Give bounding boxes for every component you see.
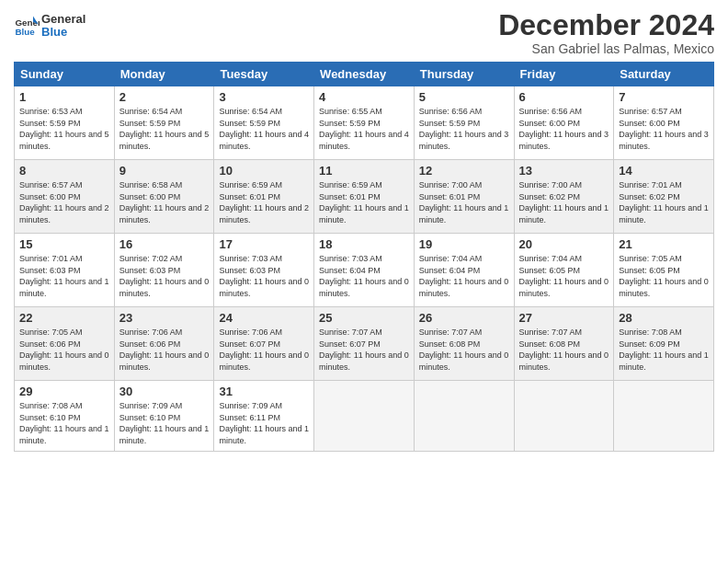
day-info: Sunrise: 7:06 AMSunset: 6:07 PMDaylight:… [219,327,309,373]
table-cell: 6Sunrise: 6:56 AMSunset: 6:00 PMDaylight… [514,86,614,160]
day-info: Sunrise: 7:07 AMSunset: 6:08 PMDaylight:… [419,327,509,373]
calendar: Sunday Monday Tuesday Wednesday Thursday… [14,62,714,451]
day-number: 29 [19,385,109,398]
day-number: 17 [219,237,309,251]
day-number: 13 [519,164,609,178]
table-cell: 13Sunrise: 7:00 AMSunset: 6:02 PMDayligh… [514,160,614,234]
header-row: Sunday Monday Tuesday Wednesday Thursday… [15,63,714,86]
day-info: Sunrise: 7:05 AMSunset: 6:06 PMDaylight:… [19,327,109,373]
table-cell [614,381,714,451]
table-cell: 31Sunrise: 7:09 AMSunset: 6:11 PMDayligh… [214,381,314,451]
table-cell: 18Sunrise: 7:03 AMSunset: 6:04 PMDayligh… [314,234,415,307]
col-tuesday: Tuesday [214,63,314,86]
table-cell: 11Sunrise: 6:59 AMSunset: 6:01 PMDayligh… [314,160,415,234]
day-number: 20 [519,237,609,251]
day-number: 5 [419,90,509,104]
day-number: 9 [119,164,210,178]
day-number: 26 [419,311,509,325]
day-info: Sunrise: 7:02 AMSunset: 6:03 PMDaylight:… [119,253,210,299]
day-info: Sunrise: 7:03 AMSunset: 6:03 PMDaylight:… [219,253,309,299]
logo-icon: General Blue [14,13,40,39]
day-info: Sunrise: 7:07 AMSunset: 6:08 PMDaylight:… [519,327,609,373]
table-cell: 7Sunrise: 6:57 AMSunset: 6:00 PMDaylight… [614,86,714,160]
day-info: Sunrise: 7:08 AMSunset: 6:10 PMDaylight:… [19,400,109,446]
day-info: Sunrise: 7:01 AMSunset: 6:02 PMDaylight:… [619,179,709,225]
day-number: 11 [319,164,409,178]
logo-name-1: General [41,13,85,26]
day-number: 15 [19,237,109,251]
table-cell: 19Sunrise: 7:04 AMSunset: 6:04 PMDayligh… [414,234,514,307]
day-info: Sunrise: 6:59 AMSunset: 6:01 PMDaylight:… [219,179,309,225]
day-info: Sunrise: 7:07 AMSunset: 6:07 PMDaylight:… [319,327,409,373]
table-cell: 10Sunrise: 6:59 AMSunset: 6:01 PMDayligh… [214,160,314,234]
day-info: Sunrise: 7:00 AMSunset: 6:02 PMDaylight:… [519,179,609,225]
table-cell: 24Sunrise: 7:06 AMSunset: 6:07 PMDayligh… [214,307,314,381]
day-info: Sunrise: 6:59 AMSunset: 6:01 PMDaylight:… [319,179,409,225]
table-cell: 20Sunrise: 7:04 AMSunset: 6:05 PMDayligh… [514,234,614,307]
day-info: Sunrise: 7:00 AMSunset: 6:01 PMDaylight:… [419,179,509,225]
day-number: 1 [19,90,109,104]
table-cell [514,381,614,451]
day-info: Sunrise: 7:04 AMSunset: 6:05 PMDaylight:… [519,253,609,299]
day-info: Sunrise: 6:56 AMSunset: 5:59 PMDaylight:… [419,106,509,152]
day-info: Sunrise: 7:09 AMSunset: 6:10 PMDaylight:… [119,400,210,446]
table-cell [314,381,415,451]
table-cell: 22Sunrise: 7:05 AMSunset: 6:06 PMDayligh… [15,307,115,381]
day-number: 21 [619,237,709,251]
table-cell: 27Sunrise: 7:07 AMSunset: 6:08 PMDayligh… [514,307,614,381]
day-number: 19 [419,237,509,251]
title-area: December 2024 San Gabriel las Palmas, Me… [498,9,714,56]
day-info: Sunrise: 6:55 AMSunset: 5:59 PMDaylight:… [319,106,409,152]
table-row: 15Sunrise: 7:01 AMSunset: 6:03 PMDayligh… [15,234,714,307]
month-title: December 2024 [498,9,714,41]
day-info: Sunrise: 7:01 AMSunset: 6:03 PMDaylight:… [19,253,109,299]
table-row: 8Sunrise: 6:57 AMSunset: 6:00 PMDaylight… [15,160,714,234]
table-cell: 12Sunrise: 7:00 AMSunset: 6:01 PMDayligh… [414,160,514,234]
table-cell: 29Sunrise: 7:08 AMSunset: 6:10 PMDayligh… [15,381,115,451]
table-cell: 2Sunrise: 6:54 AMSunset: 5:59 PMDaylight… [114,86,214,160]
day-number: 12 [419,164,509,178]
col-saturday: Saturday [614,63,714,86]
svg-text:Blue: Blue [15,27,35,37]
day-number: 16 [119,237,210,251]
col-monday: Monday [114,63,214,86]
day-number: 18 [319,237,409,251]
table-cell: 23Sunrise: 7:06 AMSunset: 6:06 PMDayligh… [114,307,214,381]
day-number: 27 [519,311,609,325]
col-sunday: Sunday [15,63,115,86]
col-thursday: Thursday [414,63,514,86]
table-cell: 5Sunrise: 6:56 AMSunset: 5:59 PMDaylight… [414,86,514,160]
day-info: Sunrise: 6:58 AMSunset: 6:00 PMDaylight:… [119,179,210,225]
day-info: Sunrise: 7:05 AMSunset: 6:05 PMDaylight:… [619,253,709,299]
table-cell: 17Sunrise: 7:03 AMSunset: 6:03 PMDayligh… [214,234,314,307]
table-cell: 3Sunrise: 6:54 AMSunset: 5:59 PMDaylight… [214,86,314,160]
day-info: Sunrise: 7:09 AMSunset: 6:11 PMDaylight:… [219,400,309,446]
table-cell: 25Sunrise: 7:07 AMSunset: 6:07 PMDayligh… [314,307,415,381]
day-info: Sunrise: 6:56 AMSunset: 6:00 PMDaylight:… [519,106,609,152]
day-number: 22 [19,311,109,325]
table-cell: 30Sunrise: 7:09 AMSunset: 6:10 PMDayligh… [114,381,214,451]
day-info: Sunrise: 6:57 AMSunset: 6:00 PMDaylight:… [19,179,109,225]
day-number: 23 [119,311,210,325]
day-info: Sunrise: 7:04 AMSunset: 6:04 PMDaylight:… [419,253,509,299]
table-cell: 8Sunrise: 6:57 AMSunset: 6:00 PMDaylight… [15,160,115,234]
logo-name-2: Blue [41,26,85,39]
day-info: Sunrise: 6:54 AMSunset: 5:59 PMDaylight:… [119,106,210,152]
day-info: Sunrise: 7:03 AMSunset: 6:04 PMDaylight:… [319,253,409,299]
day-number: 2 [119,90,210,104]
table-cell: 14Sunrise: 7:01 AMSunset: 6:02 PMDayligh… [614,160,714,234]
day-info: Sunrise: 6:53 AMSunset: 5:59 PMDaylight:… [19,106,109,152]
col-wednesday: Wednesday [314,63,415,86]
day-number: 7 [619,90,709,104]
header: General Blue General Blue December 2024 … [14,9,714,56]
day-info: Sunrise: 6:54 AMSunset: 5:59 PMDaylight:… [219,106,309,152]
day-number: 30 [119,385,210,398]
table-cell: 28Sunrise: 7:08 AMSunset: 6:09 PMDayligh… [614,307,714,381]
table-cell: 21Sunrise: 7:05 AMSunset: 6:05 PMDayligh… [614,234,714,307]
day-number: 28 [619,311,709,325]
day-number: 14 [619,164,709,178]
day-number: 8 [19,164,109,178]
day-number: 10 [219,164,309,178]
logo: General Blue General Blue [14,13,85,40]
table-cell: 15Sunrise: 7:01 AMSunset: 6:03 PMDayligh… [15,234,115,307]
